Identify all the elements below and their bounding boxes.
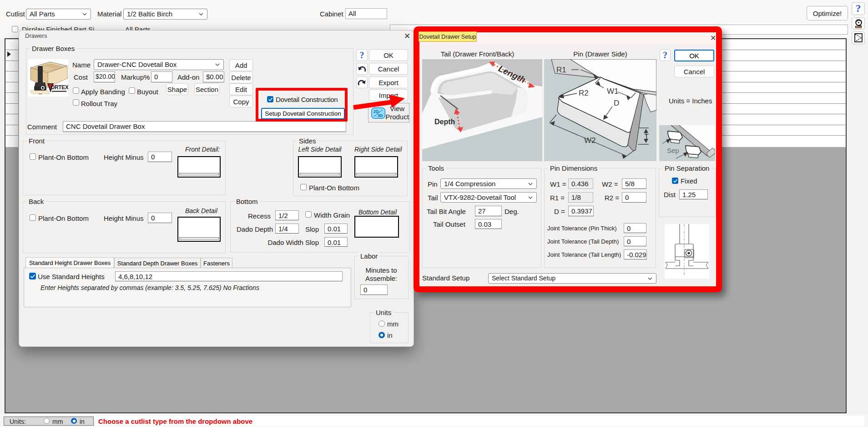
svg-text:ORTEX: ORTEX	[50, 84, 68, 91]
svg-text:R2: R2	[579, 89, 589, 97]
svg-text:W1: W1	[607, 87, 619, 96]
svg-text:R1: R1	[556, 66, 566, 74]
svg-text:3D: 3D	[378, 113, 383, 118]
svg-text:Depth: Depth	[434, 118, 455, 126]
svg-text:Sep: Sep	[667, 147, 679, 154]
svg-text:D: D	[614, 99, 619, 107]
